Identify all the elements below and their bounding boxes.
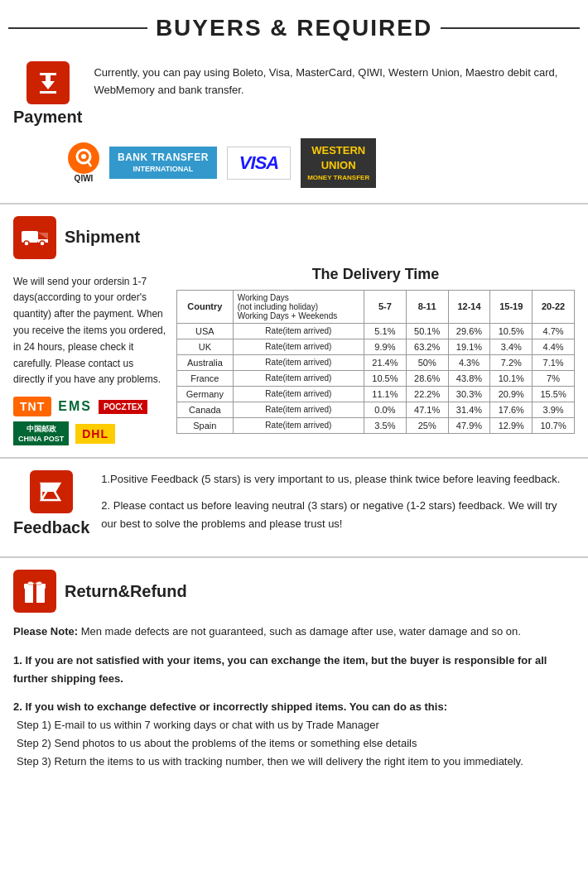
feedback-point2: 2. Please contact us before leaving neut…	[101, 497, 575, 533]
shipment-logos-row2: 中国邮政CHINA POST DHL	[13, 421, 166, 445]
row-type: Rate(item arrived)	[233, 402, 364, 417]
col-8-11: 8-11	[406, 290, 448, 323]
row-value: 0.0%	[364, 402, 407, 417]
bank-transfer-logo: BANK TRANSFER INTERNATIONAL	[109, 147, 217, 179]
feedback-icon-wrap: Feedback	[13, 470, 89, 537]
feedback-section: Feedback 1.Positive Feedback (5 stars) i…	[0, 459, 588, 558]
return-section: Return&Refund Please Note: Men made defe…	[0, 558, 588, 782]
row-value: 7.2%	[490, 354, 533, 370]
chinapost-logo: 中国邮政CHINA POST	[13, 421, 69, 445]
row-type: Rate(item arrived)	[233, 354, 364, 370]
qiwi-label: QIWI	[75, 174, 94, 183]
bank-subtitle: INTERNATIONAL	[118, 165, 209, 175]
wu-line3: MONEY TRANSFER	[307, 173, 369, 182]
shipment-body-text: We will send your ordersin 1-7 days(acco…	[13, 274, 166, 389]
row-country: France	[177, 370, 234, 386]
row-value: 9.9%	[364, 339, 407, 354]
col-12-14: 12-14	[448, 290, 490, 323]
row-value: 4.7%	[533, 323, 575, 339]
feedback-text: 1.Positive Feedback (5 stars) is very im…	[101, 470, 575, 541]
shipment-icon	[13, 216, 56, 259]
return-step2: Step 2) Send photos to us about the prob…	[17, 734, 575, 753]
payment-title: Payment	[13, 108, 82, 127]
visa-logo: VISA	[227, 147, 291, 180]
row-value: 47.1%	[406, 402, 448, 417]
dhl-logo: DHL	[75, 424, 115, 444]
qiwi-logo: QIWI	[68, 142, 99, 183]
svg-marker-2	[41, 81, 55, 89]
table-row: FranceRate(item arrived)10.5%28.6%43.8%1…	[177, 370, 575, 386]
table-row: USARate(item arrived)5.1%50.1%29.6%10.5%…	[177, 323, 575, 339]
wu-line1: WESTERN	[307, 143, 369, 158]
row-type: Rate(item arrived)	[233, 386, 364, 402]
row-value: 17.6%	[490, 402, 533, 417]
row-type: Rate(item arrived)	[233, 339, 364, 354]
row-value: 7.1%	[533, 354, 575, 370]
return-note-label: Please Note:	[13, 625, 78, 638]
row-value: 25%	[406, 417, 448, 433]
svg-point-5	[81, 154, 86, 159]
svg-line-6	[88, 161, 91, 166]
row-type: Rate(item arrived)	[233, 323, 364, 339]
svg-rect-19	[33, 584, 36, 603]
row-country: UK	[177, 339, 234, 354]
payment-logos: QIWI BANK TRANSFER INTERNATIONAL VISA WE…	[68, 138, 575, 188]
svg-rect-3	[40, 91, 56, 94]
payment-header: Payment Currently, you can pay using Bol…	[13, 61, 575, 127]
row-value: 15.5%	[533, 386, 575, 402]
row-value: 22.2%	[406, 386, 448, 402]
svg-marker-15	[41, 484, 60, 492]
tnt-logo: TNT	[13, 397, 51, 416]
feedback-point1: 1.Positive Feedback (5 stars) is very im…	[101, 470, 575, 488]
payment-description: Currently, you can pay using Boleto, Vis…	[94, 65, 575, 99]
row-value: 10.7%	[533, 417, 575, 433]
page-header: BUYERS & REQUIRED	[0, 0, 588, 50]
row-country: Australia	[177, 354, 234, 370]
col-15-19: 15-19	[490, 290, 533, 323]
row-value: 10.5%	[490, 323, 533, 339]
return-point1: 1. If you are not satisfied with your it…	[13, 652, 575, 688]
table-row: SpainRate(item arrived)3.5%25%47.9%12.9%…	[177, 417, 575, 433]
bank-title: BANK TRANSFER	[118, 152, 209, 165]
return-title: Return&Refund	[65, 582, 187, 601]
return-point2-title: 2. If you wish to exchange defective or …	[13, 698, 575, 716]
return-header: Return&Refund	[13, 570, 575, 613]
row-value: 31.4%	[448, 402, 490, 417]
ems-logo: EMS	[58, 399, 92, 414]
pocztex-logo: POCZTEX	[99, 400, 147, 414]
row-value: 30.3%	[448, 386, 490, 402]
svg-point-11	[24, 241, 29, 246]
shipment-right-col: The Delivery Time Country Working Days(n…	[176, 266, 575, 434]
table-row: CanadaRate(item arrived)0.0%47.1%31.4%17…	[177, 402, 575, 417]
payment-section: Payment Currently, you can pay using Bol…	[0, 50, 588, 205]
delivery-table: Country Working Days(not including holid…	[176, 290, 575, 434]
payment-icon	[27, 61, 70, 104]
col-country: Country	[177, 290, 234, 323]
row-value: 47.9%	[448, 417, 490, 433]
row-value: 12.9%	[490, 417, 533, 433]
row-value: 11.1%	[364, 386, 407, 402]
row-value: 3.9%	[533, 402, 575, 417]
table-row: UKRate(item arrived)9.9%63.2%19.1%3.4%4.…	[177, 339, 575, 354]
row-value: 10.1%	[490, 370, 533, 386]
row-value: 3.4%	[490, 339, 533, 354]
table-row: GermanyRate(item arrived)11.1%22.2%30.3%…	[177, 386, 575, 402]
svg-rect-7	[22, 231, 38, 243]
col-20-22: 20-22	[533, 290, 575, 323]
row-value: 5.1%	[364, 323, 407, 339]
row-type: Rate(item arrived)	[233, 370, 364, 386]
page-title: BUYERS & REQUIRED	[156, 15, 432, 41]
return-note-text: Men made defects are not guaranteed, suc…	[78, 625, 521, 638]
col-5-7: 5-7	[364, 290, 407, 323]
row-value: 4.3%	[448, 354, 490, 370]
row-value: 29.6%	[448, 323, 490, 339]
row-value: 10.5%	[364, 370, 407, 386]
return-step1: Step 1) E-mail to us within 7 working da…	[17, 716, 575, 734]
shipment-left-col: We will send your ordersin 1-7 days(acco…	[13, 266, 166, 446]
feedback-icon	[30, 470, 73, 513]
shipment-section: Shipment We will send your ordersin 1-7 …	[0, 205, 588, 460]
row-value: 7%	[533, 370, 575, 386]
row-value: 43.8%	[448, 370, 490, 386]
row-value: 19.1%	[448, 339, 490, 354]
return-icon	[13, 570, 56, 613]
